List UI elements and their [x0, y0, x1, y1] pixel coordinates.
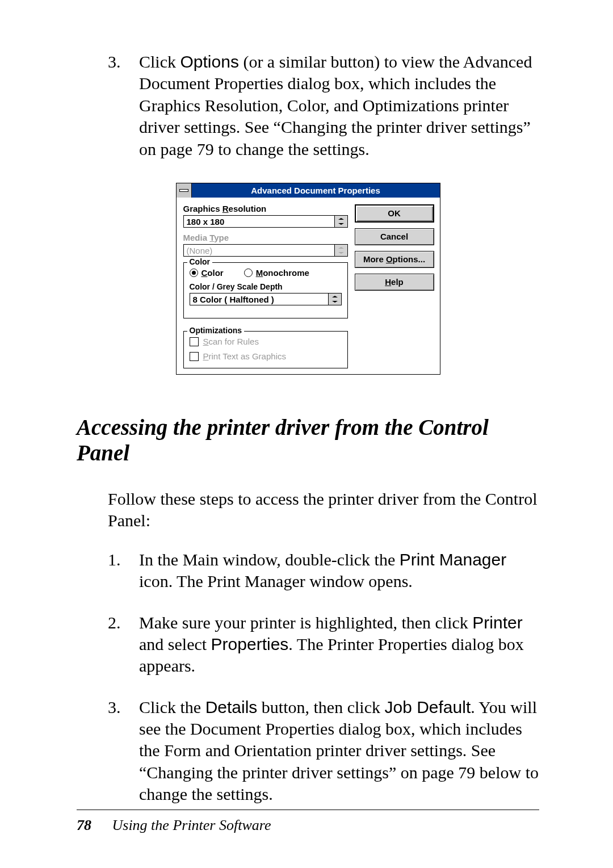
- svg-marker-2: [338, 247, 344, 249]
- dialog-title: Advanced Document Properties: [192, 183, 440, 198]
- step-3-text-a: Click: [139, 52, 180, 71]
- job-default-ui-word: Job Default: [384, 698, 471, 716]
- cp-step-3-number: 3.: [108, 697, 121, 718]
- media-type-select: (None): [183, 244, 348, 257]
- radio-selected-icon: [190, 269, 198, 277]
- color-group-legend: Color: [187, 258, 213, 266]
- checkbox-icon: [190, 337, 199, 346]
- depth-select[interactable]: 8 Color ( Halftoned ): [190, 293, 342, 305]
- page-number: 78: [77, 817, 91, 833]
- printer-ui-word: Printer: [472, 613, 522, 632]
- cp-step-1: 1. In the Main window, double-click the …: [108, 549, 539, 593]
- cp-step-1-number: 1.: [108, 549, 121, 571]
- svg-marker-5: [332, 301, 338, 303]
- options-ui-word: Options: [180, 52, 239, 71]
- section-intro: Follow these steps to access the printer…: [108, 488, 539, 532]
- step-3-number: 3.: [108, 51, 121, 73]
- print-text-as-graphics-checkbox: Print Text as Graphics: [190, 352, 342, 361]
- page-footer: 78 Using the Printer Software: [77, 810, 539, 834]
- svg-marker-4: [332, 296, 338, 297]
- checkbox-icon: [190, 352, 199, 361]
- titlebar: Advanced Document Properties: [177, 183, 440, 198]
- color-radio[interactable]: Color: [190, 269, 224, 277]
- monochrome-radio[interactable]: Monochrome: [244, 269, 309, 277]
- details-ui-word: Details: [205, 698, 258, 716]
- cancel-button[interactable]: Cancel: [355, 228, 434, 245]
- advanced-doc-properties-dialog: Advanced Document Properties Graphics Re…: [176, 183, 440, 375]
- dropdown-arrow-icon[interactable]: [334, 216, 347, 227]
- more-options-button[interactable]: More Options...: [355, 251, 434, 268]
- depth-label: Color / Grey Scale Depth: [190, 283, 342, 291]
- cp-step-2: 2. Make sure your printer is highlighted…: [108, 612, 539, 677]
- graphics-resolution-label: Graphics Resolution: [183, 204, 348, 213]
- media-type-value: (None): [184, 245, 334, 256]
- dropdown-arrow-icon[interactable]: [328, 293, 341, 305]
- scan-for-rules-checkbox: Scan for Rules: [190, 337, 342, 346]
- properties-ui-word: Properties: [211, 635, 289, 653]
- step-3-item: 3. Click Options (or a similar button) t…: [108, 51, 539, 160]
- color-group: Color Color Monochrome Color / Grey: [183, 262, 348, 318]
- section-heading: Accessing the printer driver from the Co…: [77, 414, 539, 466]
- optimizations-legend: Optimizations: [187, 326, 245, 334]
- svg-marker-0: [338, 218, 344, 220]
- cp-step-3: 3. Click the Details button, then click …: [108, 697, 539, 806]
- optimizations-group: Optimizations Scan for Rules Print Text …: [183, 331, 348, 368]
- print-manager-ui-word: Print Manager: [400, 550, 506, 569]
- radio-unselected-icon: [244, 269, 253, 277]
- media-type-label: Media Type: [183, 233, 348, 242]
- graphics-resolution-select[interactable]: 180 x 180: [183, 215, 348, 228]
- help-button[interactable]: Help: [355, 274, 434, 291]
- graphics-resolution-value: 180 x 180: [184, 216, 334, 227]
- footer-rule: [77, 810, 539, 810]
- ok-button[interactable]: OK: [355, 204, 434, 223]
- chapter-title: Using the Printer Software: [112, 817, 271, 833]
- dropdown-arrow-icon: [334, 245, 347, 256]
- cp-step-2-number: 2.: [108, 612, 121, 634]
- dialog-figure: Advanced Document Properties Graphics Re…: [77, 183, 539, 375]
- depth-value: 8 Color ( Halftoned ): [190, 293, 328, 305]
- system-menu-icon[interactable]: [177, 183, 192, 198]
- svg-marker-1: [338, 223, 344, 225]
- svg-marker-3: [338, 252, 344, 254]
